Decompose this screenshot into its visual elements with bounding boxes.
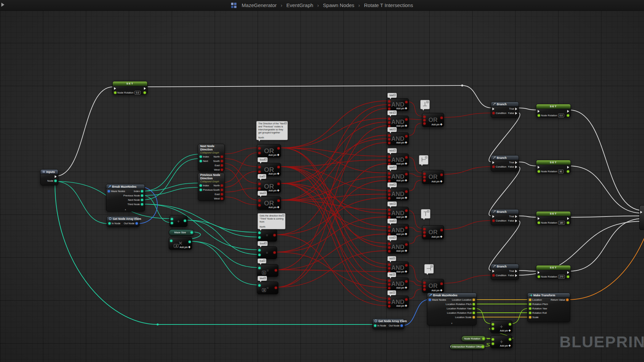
exec-pin[interactable] [492, 270, 494, 273]
red-pin[interactable] [388, 142, 390, 144]
teal-pin[interactable] [258, 284, 261, 287]
or-group-1[interactable]: ORAdd pin ✚ [422, 113, 444, 127]
t-intersection-rotation-offset-pill[interactable]: T Intersection Rotation Offset [450, 344, 485, 350]
teal-pin[interactable] [171, 218, 173, 220]
exec-pin[interactable] [515, 108, 517, 110]
add-pin-button[interactable]: Add pin ✚ [269, 172, 279, 175]
green-pin[interactable] [492, 323, 494, 325]
teal-pin[interactable] [141, 194, 143, 197]
red-pin[interactable] [388, 138, 390, 140]
red-pin[interactable] [492, 112, 495, 114]
add-pin-button[interactable]: Add pin ✚ [396, 162, 407, 165]
green-pin[interactable] [473, 312, 475, 314]
red-pin[interactable] [258, 187, 261, 190]
red-pin[interactable] [423, 288, 426, 291]
and-swn[interactable]: ANDAdd pin ✚ [387, 188, 409, 200]
teal-pin[interactable] [141, 199, 143, 201]
and-wes[interactable]: ANDAdd pin ✚ [387, 207, 409, 220]
or-group-2[interactable]: ORAdd pin ✚ [422, 170, 444, 184]
inputs-event[interactable]: InputsNode [40, 169, 58, 185]
red-pin[interactable] [388, 209, 390, 211]
add-pin-button[interactable]: Add pin ✚ [269, 189, 279, 192]
red-pin[interactable] [275, 287, 277, 289]
red-pin[interactable] [388, 125, 390, 127]
teal-pin[interactable] [141, 203, 143, 205]
red-pin[interactable] [273, 234, 276, 236]
red-pin[interactable] [405, 209, 408, 212]
blue-pin[interactable] [400, 324, 403, 327]
red-pin[interactable] [388, 163, 390, 165]
add-pin-button[interactable]: Add pin ✚ [396, 107, 407, 110]
red-pin[interactable] [221, 160, 223, 162]
teal-pin[interactable] [200, 189, 202, 191]
add-pin-button[interactable]: Add pin ✚ [432, 180, 442, 183]
set-node-rotation-0-top[interactable]: SETNode Rotation0.0 [112, 81, 148, 95]
red-pin[interactable] [388, 226, 390, 228]
value-box[interactable]: 3 [262, 288, 266, 292]
offscreen-node-right[interactable] [639, 205, 644, 230]
add-pin-button[interactable]: Add pin ✚ [432, 235, 442, 238]
breadcrumb-item-1[interactable]: EventGraph [286, 2, 313, 8]
and-nwe[interactable]: ANDAdd pin ✚ [387, 98, 409, 111]
exec-pin[interactable] [538, 217, 540, 220]
make-transform[interactable]: Make TransformLocationReturn ValueRotati… [527, 293, 570, 322]
red-pin[interactable] [423, 173, 426, 175]
green-pin[interactable] [114, 92, 116, 94]
red-pin[interactable] [221, 164, 223, 167]
red-pin[interactable] [423, 285, 426, 287]
red-pin[interactable] [388, 159, 390, 162]
green-pin[interactable] [473, 303, 475, 305]
blue-pin[interactable] [429, 299, 431, 301]
green-pin[interactable] [482, 338, 485, 340]
teal-pin[interactable] [108, 222, 111, 225]
teal-pin[interactable] [258, 232, 261, 234]
previous-node-direction[interactable]: Previous Node DirectionCollapsed GraphIn… [198, 173, 225, 201]
add-pin-button[interactable]: Add pin ✚ [396, 249, 407, 252]
red-pin[interactable] [388, 233, 390, 236]
add-pin-button[interactable]: Add pin ✚ [180, 246, 191, 249]
red-pin[interactable] [405, 118, 408, 121]
or-north[interactable]: ORAdd pin ✚ [257, 144, 281, 158]
red-pin[interactable] [423, 228, 426, 230]
red-pin[interactable] [388, 156, 390, 158]
maze-size-pill[interactable]: Maze Size [169, 229, 194, 236]
and-nse[interactable]: ANDAdd pin ✚ [387, 261, 409, 274]
green-pin[interactable] [509, 323, 511, 325]
red-pin[interactable] [388, 280, 390, 282]
and-nsw[interactable]: ANDAdd pin ✚ [387, 154, 409, 166]
add-rotation-2[interactable]: +Add pin ✚ [490, 336, 513, 348]
green-pin[interactable] [538, 170, 540, 173]
or-group-3[interactable]: ORAdd pin ✚ [422, 225, 444, 239]
get-node-array-elem-1[interactable]: Get Node Array ElemIn NodeOut Node [107, 216, 140, 227]
green-pin[interactable] [144, 92, 146, 94]
value-box[interactable]: 180 [558, 221, 565, 225]
red-pin[interactable] [440, 229, 443, 231]
red-pin[interactable] [388, 263, 390, 266]
red-pin[interactable] [388, 176, 390, 178]
red-pin[interactable] [258, 166, 261, 168]
red-pin[interactable] [388, 230, 390, 232]
red-pin[interactable] [221, 169, 223, 171]
red-pin[interactable] [388, 100, 390, 103]
value-box[interactable]: 0.0 [558, 114, 564, 117]
red-pin[interactable] [492, 166, 495, 168]
branch-2[interactable]: BranchTrueConditionFalse [491, 155, 519, 171]
add-pin-button[interactable]: Add pin ✚ [396, 286, 407, 289]
red-pin[interactable] [440, 283, 443, 285]
red-pin[interactable] [388, 172, 390, 175]
exec-pin[interactable] [492, 215, 494, 218]
and-wen[interactable]: ANDAdd pin ✚ [387, 132, 409, 145]
yellow-pin[interactable] [473, 299, 475, 301]
red-pin[interactable] [388, 246, 390, 249]
teal-pin[interactable] [200, 184, 202, 187]
red-pin[interactable] [388, 197, 390, 199]
red-pin[interactable] [221, 156, 223, 158]
green-pin[interactable] [529, 307, 531, 310]
yellow-pin[interactable] [529, 316, 531, 318]
blue-pin[interactable] [136, 222, 138, 225]
red-pin[interactable] [388, 213, 390, 215]
red-pin[interactable] [388, 305, 390, 307]
green-pin[interactable] [567, 114, 569, 117]
branch-4[interactable]: BranchTrueConditionFalse [491, 264, 519, 280]
red-pin[interactable] [277, 166, 280, 168]
